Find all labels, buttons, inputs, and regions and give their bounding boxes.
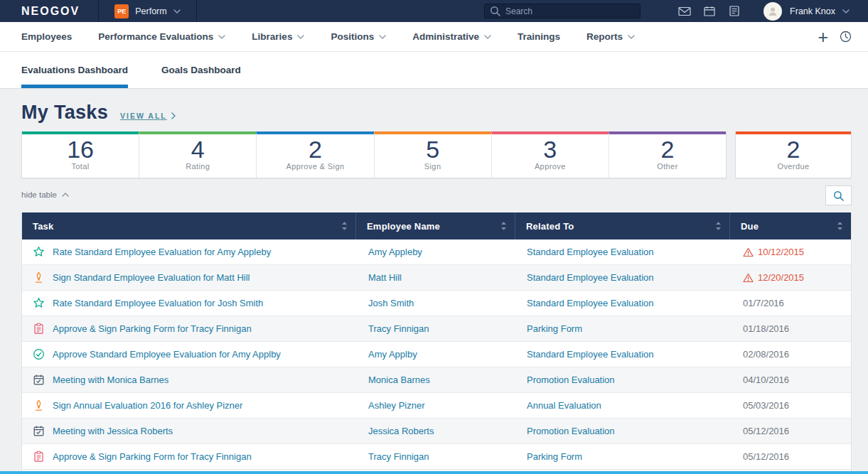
nav-item-libraries[interactable]: Libraries xyxy=(252,31,304,42)
sign-icon xyxy=(33,399,45,411)
employee-link[interactable]: Jessica Roberts xyxy=(368,426,434,436)
employee-link[interactable]: Monica Barnes xyxy=(368,375,430,385)
task-link[interactable]: Approve & Sign Parking Form for Tracy Fi… xyxy=(53,451,252,462)
task-link[interactable]: Rate Standard Employee Evaluation for Jo… xyxy=(53,298,263,308)
task-stats: 16Total4Rating2Approve & Sign5Sign3Appro… xyxy=(21,131,852,178)
search-input[interactable] xyxy=(505,6,635,16)
stat-label: Overdue xyxy=(736,162,851,171)
related-to-link[interactable]: Standard Employee Evaluation xyxy=(527,272,654,283)
sort-icon[interactable] xyxy=(500,221,507,231)
stat-value: 4 xyxy=(139,136,256,162)
mail-icon[interactable] xyxy=(672,6,697,16)
related-to-link[interactable]: Standard Employee Evaluation xyxy=(527,349,654,360)
employee-link[interactable]: Josh Smith xyxy=(368,298,414,308)
nav-item-employees[interactable]: Employees xyxy=(21,31,72,42)
overdue-card: 2Overdue xyxy=(735,131,852,178)
related-to-link[interactable]: Parking Form xyxy=(527,323,582,334)
hide-table-link[interactable]: hide table xyxy=(21,190,69,199)
task-link[interactable]: Meeting with Monica Barnes xyxy=(53,375,168,385)
calendar-icon xyxy=(33,425,45,437)
heading-row: My Tasks VIEW ALL xyxy=(21,102,852,123)
employee-link[interactable]: Ashley Pizner xyxy=(368,400,424,411)
task-link[interactable]: Rate Standard Employee Evaluation for Am… xyxy=(53,247,271,257)
nav-item-positions[interactable]: Positions xyxy=(331,31,386,42)
stat-card-approve-sign[interactable]: 2Approve & Sign xyxy=(256,131,373,178)
employee-link[interactable]: Tracy Finnigan xyxy=(368,451,429,462)
stat-value: 16 xyxy=(22,136,139,162)
user-menu[interactable]: Frank Knox xyxy=(763,2,850,21)
clipboard-icon xyxy=(33,451,45,463)
avatar xyxy=(763,2,782,21)
column-header-related-to[interactable]: Related To xyxy=(515,212,730,239)
stat-label: Rating xyxy=(139,162,256,171)
task-link[interactable]: Approve Standard Employee Evaluation for… xyxy=(53,349,281,360)
topbar-divider xyxy=(196,0,197,22)
related-to-link[interactable]: Standard Employee Evaluation xyxy=(527,247,654,257)
table-row: Sign Annual Evaluation 2016 for Ashley P… xyxy=(22,393,851,419)
topbar-search[interactable] xyxy=(484,4,641,18)
column-label: Task xyxy=(33,221,53,232)
table-search-button[interactable] xyxy=(825,185,852,205)
column-header-due[interactable]: Due xyxy=(730,212,851,239)
nav-item-label: Administrative xyxy=(412,31,479,42)
product-name: Perform xyxy=(135,6,166,16)
task-table-body: Rate Standard Employee Evaluation for Am… xyxy=(22,239,851,474)
due-date: 01/7/2016 xyxy=(743,298,784,308)
sort-icon[interactable] xyxy=(715,221,722,231)
stats-group: 16Total4Rating2Approve & Sign5Sign3Appro… xyxy=(21,131,727,178)
stat-value: 2 xyxy=(609,136,726,162)
table-row: Meeting with Monica BarnesMonica BarnesP… xyxy=(22,367,851,393)
sort-icon[interactable] xyxy=(837,221,843,231)
sort-icon[interactable] xyxy=(341,221,348,231)
due-date: 05/03/2016 xyxy=(743,400,789,411)
nav-item-administrative[interactable]: Administrative xyxy=(412,31,491,42)
stat-card-rating[interactable]: 4Rating xyxy=(139,131,256,178)
due-date: 10/12/2015 xyxy=(758,247,804,257)
column-label: Related To xyxy=(526,221,574,232)
calendar-icon[interactable] xyxy=(697,6,722,16)
column-header-employee-name[interactable]: Employee Name xyxy=(356,212,515,239)
check-icon xyxy=(33,348,45,360)
star-icon xyxy=(33,297,45,309)
employee-link[interactable]: Tracy Finnigan xyxy=(368,323,429,334)
tab-goals-dashboard[interactable]: Goals Dashboard xyxy=(161,52,241,88)
nav-item-reports[interactable]: Reports xyxy=(586,31,635,42)
add-icon[interactable]: + xyxy=(818,30,828,44)
table-row: Approve & Sign Parking Form for Tracy Fi… xyxy=(22,316,851,342)
related-to-link[interactable]: Promotion Evaluation xyxy=(527,375,615,385)
nav-item-trainings[interactable]: Trainings xyxy=(518,31,560,42)
task-link[interactable]: Sign Standard Employee Evaluation for Ma… xyxy=(53,272,250,283)
task-link[interactable]: Meeting with Jessica Roberts xyxy=(53,426,173,436)
chevron-down-icon xyxy=(484,35,491,39)
related-to-link[interactable]: Standard Employee Evaluation xyxy=(527,298,654,308)
tab-evaluations-dashboard[interactable]: Evaluations Dashboard xyxy=(21,52,128,88)
view-all-link[interactable]: VIEW ALL xyxy=(120,112,176,120)
stat-card-other[interactable]: 2Other xyxy=(609,131,726,178)
stat-card-approve[interactable]: 3Approve xyxy=(491,131,609,178)
stat-card-overdue[interactable]: 2Overdue xyxy=(736,131,851,178)
main-nav-items: EmployeesPerformance EvaluationsLibrarie… xyxy=(21,31,661,42)
task-link[interactable]: Approve & Sign Parking Form for Tracy Fi… xyxy=(53,323,252,334)
task-table: TaskEmployee NameRelated ToDue Rate Stan… xyxy=(21,212,852,474)
column-header-task[interactable]: Task xyxy=(22,212,356,239)
stat-card-sign[interactable]: 5Sign xyxy=(374,131,491,178)
neogov-logo[interactable]: NEOGOV xyxy=(0,5,98,18)
column-label: Employee Name xyxy=(367,221,440,232)
task-link[interactable]: Sign Annual Evaluation 2016 for Ashley P… xyxy=(53,400,242,411)
bottom-accent-bar xyxy=(0,471,868,474)
due-date: 12/20/2015 xyxy=(758,272,804,283)
employee-link[interactable]: Amy Appleby xyxy=(368,247,422,257)
history-icon[interactable] xyxy=(840,31,852,43)
sign-icon xyxy=(33,271,45,284)
notes-icon[interactable] xyxy=(722,6,746,16)
related-to-link[interactable]: Parking Form xyxy=(527,451,582,462)
product-switcher[interactable]: PE Perform xyxy=(99,0,195,22)
stat-card-total[interactable]: 16Total xyxy=(22,131,139,178)
employee-link[interactable]: Matt Hill xyxy=(368,272,402,283)
employee-link[interactable]: Amy Applby xyxy=(368,349,417,360)
nav-item-performance-evaluations[interactable]: Performance Evaluations xyxy=(98,31,225,42)
table-controls: hide table xyxy=(21,184,852,205)
related-to-link[interactable]: Promotion Evaluation xyxy=(527,426,615,436)
due-date: 04/10/2016 xyxy=(743,375,789,385)
related-to-link[interactable]: Annual Evaluation xyxy=(527,400,601,411)
